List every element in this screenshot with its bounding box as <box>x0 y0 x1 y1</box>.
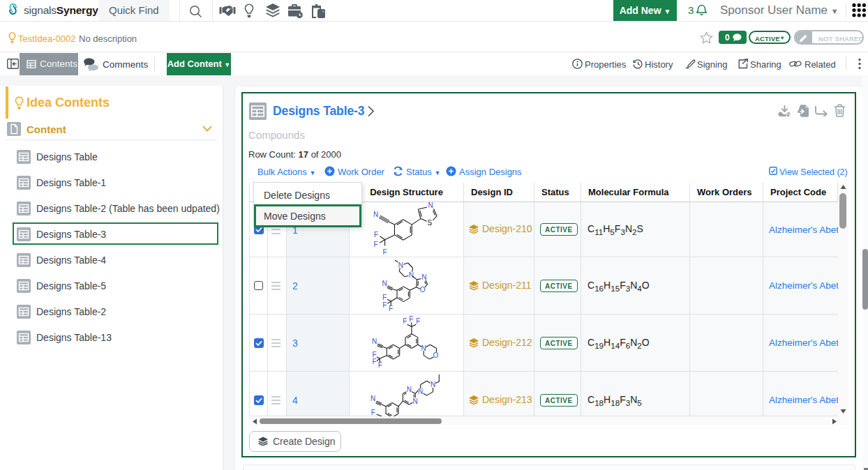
svg-text:N: N <box>398 261 403 269</box>
svg-text:F: F <box>383 248 387 256</box>
svg-text:N: N <box>418 388 423 395</box>
svg-text:O: O <box>420 286 426 294</box>
svg-text:F: F <box>382 301 387 309</box>
svg-text:N: N <box>409 271 414 279</box>
svg-text:N: N <box>421 344 426 352</box>
svg-text:N: N <box>371 395 375 402</box>
svg-text:N: N <box>428 202 433 209</box>
svg-text:F: F <box>416 317 420 325</box>
svg-text:N: N <box>407 386 412 393</box>
svg-text:N: N <box>372 338 377 345</box>
svg-text:F: F <box>373 241 377 248</box>
svg-text:F: F <box>374 231 378 238</box>
svg-text:N: N <box>373 211 378 218</box>
svg-text:S: S <box>428 219 433 227</box>
svg-text:N: N <box>421 273 426 281</box>
svg-text:F: F <box>372 358 376 365</box>
svg-text:F: F <box>389 305 393 312</box>
svg-text:N: N <box>431 381 435 388</box>
svg-text:F: F <box>403 317 407 325</box>
svg-text:F: F <box>378 361 382 369</box>
svg-text:F: F <box>409 315 413 323</box>
svg-text:O: O <box>433 351 439 359</box>
svg-text:F: F <box>371 409 375 416</box>
svg-text:N: N <box>413 397 418 405</box>
svg-text:N: N <box>382 280 387 287</box>
